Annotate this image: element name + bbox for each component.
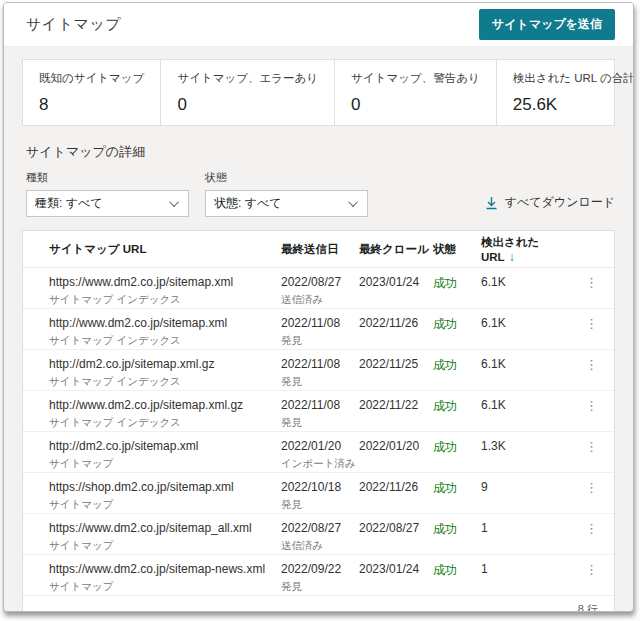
column-header-discovered[interactable]: 検出された URL↓ [481, 235, 571, 264]
status-badge: 成功 [433, 275, 481, 308]
status-badge: 成功 [433, 521, 481, 554]
sitemap-url-link[interactable]: https://www.dm2.co.jp/sitemap-news.xml [49, 562, 281, 576]
kebab-icon: ⋮ [585, 439, 598, 454]
download-icon [485, 196, 498, 210]
submitted-note: 送信済み [281, 539, 359, 553]
sitemap-url-link[interactable]: http://dm2.co.jp/sitemap.xml [49, 439, 281, 453]
table-row: http://www.dm2.co.jp/sitemap.xmlサイトマップ イ… [23, 309, 614, 350]
sitemap-type: サイトマップ インデックス [49, 375, 281, 389]
sitemap-url-link[interactable]: http://dm2.co.jp/sitemap.xml.gz [49, 357, 281, 371]
row-menu-button[interactable]: ⋮ [581, 398, 602, 431]
sitemap-url-link[interactable]: http://www.dm2.co.jp/sitemap.xml [49, 316, 281, 330]
type-filter-dropdown[interactable]: 種類: すべて [26, 190, 189, 217]
row-menu-button[interactable]: ⋮ [581, 316, 602, 349]
submitted-note: 発見 [281, 334, 359, 348]
discovered-count: 6.1K [481, 398, 571, 431]
row-menu-button[interactable]: ⋮ [581, 480, 602, 513]
kebab-icon: ⋮ [585, 521, 598, 536]
last-crawl-date: 2022/08/27 [359, 521, 433, 554]
row-menu-button[interactable]: ⋮ [581, 357, 602, 390]
status-badge: 成功 [433, 562, 481, 595]
submitted-date: 2022/11/08 [281, 316, 359, 330]
discovered-count: 1.3K [481, 439, 571, 472]
stat-label: サイトマップ、エラーあり [177, 71, 318, 86]
stats-summary-card: 既知のサイトマップ 8 サイトマップ、エラーあり 0 サイトマップ、警告あり 0… [22, 59, 615, 126]
stat-value: 8 [39, 95, 144, 115]
row-menu-button[interactable]: ⋮ [581, 562, 602, 595]
column-header-url[interactable]: サイトマップ URL [49, 242, 281, 257]
last-crawl-date: 2022/11/26 [359, 316, 433, 349]
table-row: http://www.dm2.co.jp/sitemap.xml.gzサイトマッ… [23, 391, 614, 432]
page-title: サイトマップ [26, 15, 121, 34]
table-row: https://www.dm2.co.jp/sitemap_all.xmlサイト… [23, 514, 614, 555]
submitted-note: インポート済み [281, 457, 359, 471]
table-header-row: サイトマップ URL 最終送信日 最終クロール 状態 検出された URL↓ [23, 231, 614, 268]
column-header-last-submitted[interactable]: 最終送信日 [281, 242, 359, 257]
table-row: https://shop.dm2.co.jp/sitemap.xmlサイトマップ… [23, 473, 614, 514]
row-menu-button[interactable]: ⋮ [581, 521, 602, 554]
stat-sitemaps-with-errors: サイトマップ、エラーあり 0 [161, 60, 335, 125]
sitemaps-table: サイトマップ URL 最終送信日 最終クロール 状態 検出された URL↓ ht… [22, 230, 615, 612]
column-header-status[interactable]: 状態 [433, 242, 481, 257]
sitemap-url-link[interactable]: https://www.dm2.co.jp/sitemap.xml [49, 275, 281, 289]
submitted-date: 2022/08/27 [281, 521, 359, 535]
sitemap-url-link[interactable]: https://shop.dm2.co.jp/sitemap.xml [49, 480, 281, 494]
submitted-date: 2022/11/08 [281, 398, 359, 412]
submitted-note: 発見 [281, 375, 359, 389]
sort-descending-icon: ↓ [509, 250, 515, 264]
row-menu-button[interactable]: ⋮ [581, 275, 602, 308]
details-section-heading: サイトマップの詳細 [26, 143, 615, 161]
status-badge: 成功 [433, 357, 481, 390]
stat-label: 検出された URL の合計数 [513, 71, 634, 86]
kebab-icon: ⋮ [585, 398, 598, 413]
last-crawl-date: 2022/01/20 [359, 439, 433, 472]
kebab-icon: ⋮ [585, 357, 598, 372]
sitemap-type: サイトマップ [49, 539, 281, 553]
sitemap-url-link[interactable]: https://www.dm2.co.jp/sitemap_all.xml [49, 521, 281, 535]
status-badge: 成功 [433, 480, 481, 513]
download-all-button[interactable]: すべてダウンロード [485, 194, 615, 217]
chevron-down-icon [348, 197, 358, 207]
filter-group-status: 状態 状態: すべて [205, 170, 368, 217]
table-row: http://dm2.co.jp/sitemap.xml.gzサイトマップ イン… [23, 350, 614, 391]
table-row: https://www.dm2.co.jp/sitemap.xmlサイトマップ … [23, 268, 614, 309]
app-window: サイトマップ サイトマップを送信 既知のサイトマップ 8 サイトマップ、エラーあ… [3, 2, 634, 612]
status-filter-dropdown[interactable]: 状態: すべて [205, 190, 368, 217]
submit-sitemap-button[interactable]: サイトマップを送信 [479, 9, 615, 40]
submitted-date: 2022/08/27 [281, 275, 359, 289]
download-all-label: すべてダウンロード [505, 194, 615, 211]
page-header: サイトマップ サイトマップを送信 [4, 3, 633, 47]
stat-known-sitemaps: 既知のサイトマップ 8 [23, 60, 161, 125]
sitemap-type: サイトマップ インデックス [49, 293, 281, 307]
submitted-date: 2022/11/08 [281, 357, 359, 371]
type-filter-label: 種類 [26, 170, 189, 185]
sitemap-url-link[interactable]: http://www.dm2.co.jp/sitemap.xml.gz [49, 398, 281, 412]
sitemap-type: サイトマップ [49, 457, 281, 471]
last-crawl-date: 2023/01/24 [359, 562, 433, 595]
submitted-note: 発見 [281, 498, 359, 512]
status-filter-value: 状態: すべて [214, 195, 282, 212]
table-row: http://dm2.co.jp/sitemap.xmlサイトマップ 2022/… [23, 432, 614, 473]
status-badge: 成功 [433, 316, 481, 349]
stat-label: サイトマップ、警告あり [351, 71, 480, 86]
column-header-last-crawl[interactable]: 最終クロール [359, 242, 433, 257]
discovered-count: 6.1K [481, 316, 571, 349]
submitted-note: 送信済み [281, 293, 359, 307]
sitemap-type: サイトマップ [49, 498, 281, 512]
last-crawl-date: 2022/11/26 [359, 480, 433, 513]
submitted-note: 発見 [281, 416, 359, 430]
kebab-icon: ⋮ [585, 275, 598, 290]
sitemap-type: サイトマップ インデックス [49, 334, 281, 348]
stat-value: 0 [351, 95, 480, 115]
stat-value: 0 [177, 95, 318, 115]
table-row: https://www.dm2.co.jp/sitemap-news.xmlサイ… [23, 555, 614, 596]
row-menu-button[interactable]: ⋮ [581, 439, 602, 472]
discovered-count: 1 [481, 521, 571, 554]
stat-label: 既知のサイトマップ [39, 71, 144, 86]
status-filter-label: 状態 [205, 170, 368, 185]
stat-sitemaps-with-warnings: サイトマップ、警告あり 0 [335, 60, 497, 125]
kebab-icon: ⋮ [585, 562, 598, 577]
row-count-label: 8 行 [578, 602, 598, 613]
submitted-date: 2022/09/22 [281, 562, 359, 576]
last-crawl-date: 2022/11/25 [359, 357, 433, 390]
